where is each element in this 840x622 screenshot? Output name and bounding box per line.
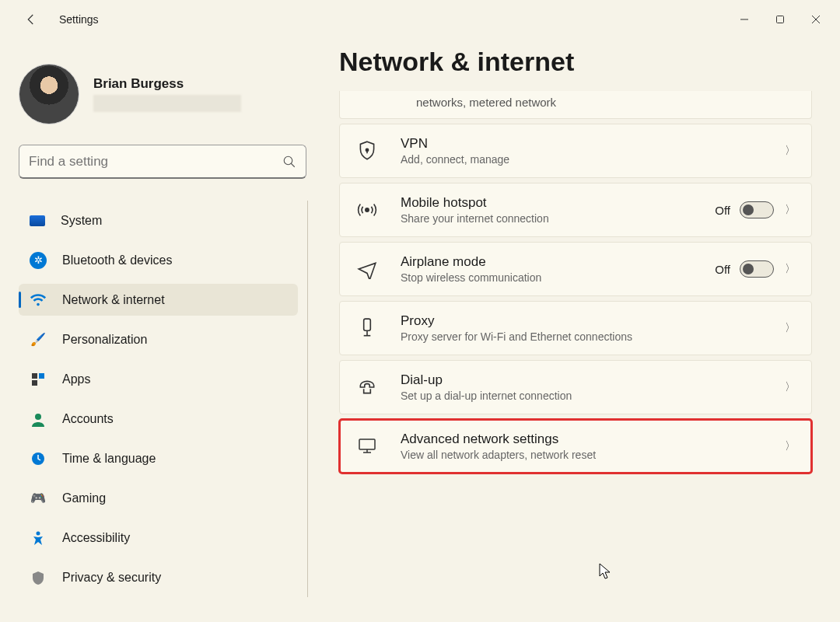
sidebar-item-personalization[interactable]: 🖌️ Personalization [19, 323, 298, 355]
sidebar-item-label: Accessibility [62, 531, 130, 545]
profile-name: Brian Burgess [93, 76, 241, 92]
sidebar-item-label: Gaming [62, 491, 106, 505]
sidebar-item-time[interactable]: Time & language [19, 442, 298, 474]
svg-point-7 [35, 414, 41, 420]
sidebar-item-system[interactable]: System [19, 204, 298, 236]
sidebar-item-label: Personalization [62, 333, 147, 347]
sidebar-item-accessibility[interactable]: Accessibility [19, 522, 298, 554]
svg-rect-6 [32, 380, 37, 386]
chevron-right-icon: 〉 [785, 380, 796, 394]
close-button[interactable] [798, 7, 834, 32]
chevron-right-icon: 〉 [785, 144, 796, 158]
brush-icon: 🖌️ [30, 331, 47, 348]
hotspot-icon [357, 200, 377, 220]
chevron-right-icon: 〉 [785, 262, 796, 276]
sidebar-item-label: Apps [62, 372, 90, 386]
svg-point-2 [284, 156, 292, 165]
svg-point-12 [366, 208, 369, 211]
sidebar-item-bluetooth[interactable]: ✲ Bluetooth & devices [19, 244, 298, 276]
svg-rect-16 [359, 439, 375, 449]
card-title: Mobile hotspot [401, 195, 715, 211]
card-sub: Stop wireless communication [401, 271, 715, 284]
search-box[interactable] [19, 145, 306, 179]
sidebar-item-label: Bluetooth & devices [62, 253, 172, 267]
card-sub: Share your internet connection [401, 212, 715, 225]
minimize-button[interactable] [726, 7, 762, 32]
card-partial[interactable]: networks, metered network [339, 91, 812, 119]
shield-icon [30, 569, 47, 586]
gaming-icon: 🎮 [30, 490, 47, 507]
svg-line-3 [291, 163, 295, 167]
card-proxy[interactable]: Proxy Proxy server for Wi-Fi and Etherne… [339, 301, 812, 355]
card-sub: View all network adapters, network reset [401, 449, 785, 461]
card-title: Advanced network settings [401, 432, 785, 447]
wifi-icon [30, 292, 47, 309]
profile[interactable]: Brian Burgess [19, 64, 311, 124]
card-sub: Add, connect, manage [401, 153, 785, 166]
chevron-right-icon: 〉 [785, 321, 796, 335]
accessibility-icon [30, 529, 47, 547]
sidebar-item-label: Time & language [62, 452, 156, 466]
toggle-state: Off [715, 263, 730, 276]
sidebar-item-label: System [61, 214, 102, 228]
page-title: Network & internet [339, 47, 812, 77]
search-icon [282, 155, 296, 169]
sidebar-item-privacy[interactable]: Privacy & security [19, 561, 298, 593]
card-advanced-network[interactable]: Advanced network settings View all netwo… [339, 419, 812, 473]
maximize-button[interactable] [762, 7, 798, 32]
svg-rect-13 [364, 319, 371, 330]
card-sub: Set up a dial-up internet connection [401, 390, 785, 402]
monitor-icon [357, 436, 377, 456]
card-vpn[interactable]: VPN Add, connect, manage 〉 [339, 124, 812, 178]
svg-rect-4 [32, 373, 37, 379]
main-content: Network & internet networks, metered net… [311, 39, 840, 622]
avatar [19, 64, 79, 124]
sidebar-item-gaming[interactable]: 🎮 Gaming [19, 482, 298, 514]
sidebar-item-apps[interactable]: Apps [19, 363, 298, 395]
phone-icon [357, 377, 377, 397]
accounts-icon [30, 411, 47, 428]
svg-rect-1 [777, 16, 784, 23]
bluetooth-icon: ✲ [30, 252, 47, 269]
card-airplane[interactable]: Airplane mode Stop wireless communicatio… [339, 242, 812, 296]
sidebar-item-accounts[interactable]: Accounts [19, 403, 298, 435]
search-input[interactable] [29, 154, 282, 169]
svg-rect-5 [39, 373, 44, 379]
card-dialup[interactable]: Dial-up Set up a dial-up internet connec… [339, 360, 812, 414]
titlebar: Settings [0, 0, 840, 39]
card-title: Dial-up [401, 372, 785, 388]
proxy-icon [357, 317, 377, 339]
shield-lock-icon [357, 140, 377, 162]
chevron-right-icon: 〉 [785, 203, 796, 217]
airplane-icon [357, 259, 377, 279]
airplane-toggle[interactable] [740, 260, 774, 278]
svg-point-9 [37, 531, 40, 535]
card-title: VPN [401, 136, 785, 152]
card-sub: Proxy server for Wi-Fi and Ethernet conn… [401, 330, 785, 343]
window-title: Settings [59, 13, 99, 26]
apps-icon [30, 371, 47, 388]
sidebar: Brian Burgess System ✲ Bluetooth & devic… [0, 39, 311, 622]
hotspot-toggle[interactable] [740, 201, 774, 218]
chevron-right-icon: 〉 [785, 439, 796, 453]
sidebar-item-label: Network & internet [62, 293, 165, 307]
card-hotspot[interactable]: Mobile hotspot Share your internet conne… [339, 183, 812, 237]
system-icon [30, 215, 45, 226]
clock-icon [30, 450, 47, 467]
card-sub: networks, metered network [416, 96, 556, 109]
back-button[interactable] [19, 7, 44, 32]
card-title: Airplane mode [401, 254, 715, 270]
profile-email [93, 95, 241, 112]
sidebar-item-label: Privacy & security [62, 571, 161, 585]
toggle-state: Off [715, 204, 730, 217]
sidebar-item-network[interactable]: Network & internet [19, 284, 298, 316]
card-title: Proxy [401, 313, 785, 329]
sidebar-item-label: Accounts [62, 412, 114, 426]
